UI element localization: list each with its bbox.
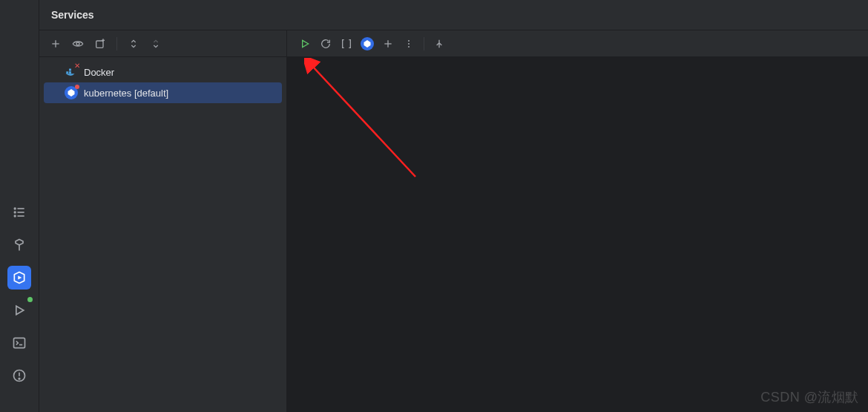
main-panel: Services bbox=[39, 0, 868, 412]
detail-toolbar bbox=[287, 30, 868, 57]
context-button[interactable] bbox=[358, 35, 376, 53]
svg-marker-24 bbox=[303, 40, 309, 47]
tree-item-label: Docker bbox=[84, 67, 114, 78]
svg-rect-21 bbox=[69, 71, 71, 73]
left-tool-rail bbox=[0, 0, 39, 412]
svg-marker-8 bbox=[16, 306, 24, 315]
tree-item-docker[interactable]: ✕ Docker bbox=[44, 62, 282, 82]
detail-panel bbox=[287, 30, 868, 412]
connect-button[interactable] bbox=[296, 35, 314, 53]
svg-point-3 bbox=[14, 208, 16, 209]
panel-title: Services bbox=[51, 9, 94, 21]
add-service-button[interactable] bbox=[47, 35, 65, 53]
svg-rect-20 bbox=[66, 71, 68, 73]
docker-icon: ✕ bbox=[65, 65, 78, 79]
tree-list: ✕ Docker kubernetes [default] bbox=[39, 57, 286, 108]
tree-item-label: kubernetes [default] bbox=[84, 88, 168, 99]
tree-toolbar bbox=[39, 30, 286, 57]
svg-point-13 bbox=[19, 378, 20, 379]
svg-rect-17 bbox=[96, 41, 103, 48]
toolbar-separator bbox=[116, 37, 117, 50]
svg-rect-22 bbox=[69, 69, 71, 71]
namespace-button[interactable] bbox=[338, 35, 355, 53]
more-options-button[interactable] bbox=[400, 35, 418, 53]
expand-collapse-button[interactable] bbox=[125, 35, 142, 53]
svg-marker-7 bbox=[18, 276, 22, 280]
svg-point-29 bbox=[408, 43, 410, 45]
run-status-dot bbox=[27, 297, 33, 302]
svg-marker-23 bbox=[68, 89, 75, 97]
svg-marker-25 bbox=[364, 40, 371, 48]
svg-point-16 bbox=[76, 42, 79, 45]
tree-item-kubernetes[interactable]: kubernetes [default] bbox=[44, 82, 282, 103]
tree-panel: ✕ Docker kubernetes [default] bbox=[39, 30, 287, 412]
panel-header: Services bbox=[39, 0, 868, 30]
disconnected-badge: ✕ bbox=[74, 63, 80, 69]
problems-icon[interactable] bbox=[7, 364, 31, 388]
toolbar-separator bbox=[424, 37, 424, 50]
kubernetes-icon bbox=[65, 86, 78, 99]
kubernetes-context-icon bbox=[361, 37, 374, 50]
status-badge bbox=[75, 85, 79, 89]
refresh-button[interactable] bbox=[317, 35, 335, 53]
svg-point-4 bbox=[14, 212, 16, 213]
run-icon[interactable] bbox=[7, 298, 31, 322]
new-session-button[interactable] bbox=[91, 35, 109, 53]
svg-rect-9 bbox=[14, 338, 25, 347]
svg-point-28 bbox=[408, 40, 410, 42]
svg-point-30 bbox=[408, 46, 410, 48]
close-button[interactable] bbox=[147, 35, 165, 53]
build-icon[interactable] bbox=[7, 233, 31, 257]
svg-point-5 bbox=[14, 215, 16, 217]
panel-body: ✕ Docker kubernetes [default] bbox=[39, 30, 868, 412]
todo-icon[interactable] bbox=[7, 200, 31, 224]
show-hidden-button[interactable] bbox=[69, 35, 87, 53]
port-forward-button[interactable] bbox=[430, 35, 448, 53]
services-icon[interactable] bbox=[7, 266, 31, 290]
terminal-icon[interactable] bbox=[7, 331, 31, 355]
add-button[interactable] bbox=[379, 35, 397, 53]
